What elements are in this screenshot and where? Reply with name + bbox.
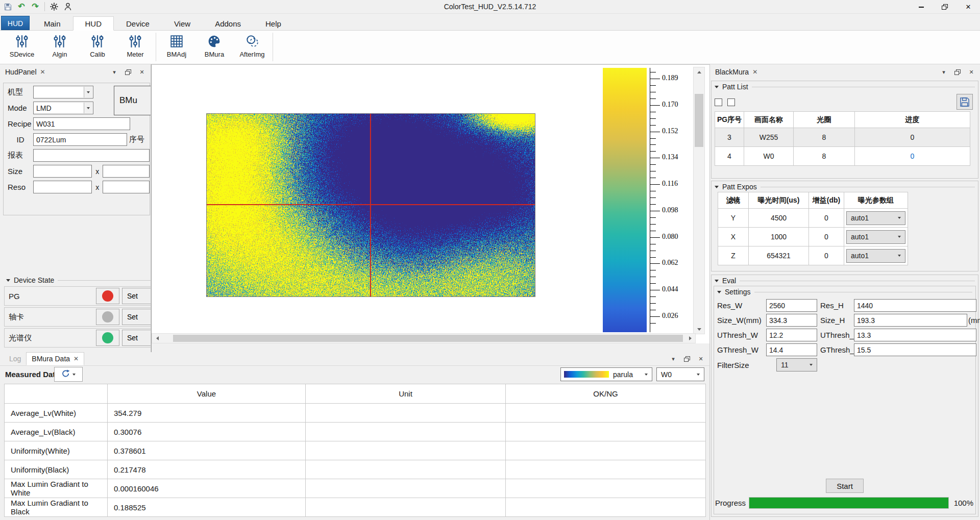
ribbon-button-bmadj[interactable]: BMAdj <box>158 32 195 62</box>
setting-input[interactable]: 334.3 <box>766 314 817 327</box>
id-input[interactable]: 0722Lum <box>33 133 127 146</box>
exposure-param-combo[interactable]: auto1 <box>846 230 905 244</box>
chevron-down-icon[interactable] <box>84 87 92 97</box>
measured-data-row[interactable]: Max Lumin Gradiant to White0.000160046 <box>5 479 706 498</box>
tab-blackmura[interactable]: BlackMura ✕ <box>710 65 763 79</box>
close-icon[interactable]: ✕ <box>752 68 757 76</box>
scroll-up-icon[interactable] <box>694 67 704 77</box>
ribbon-button-afterimg[interactable]: AfterImg <box>233 32 271 62</box>
measured-data-row[interactable]: Average_Lv(Black)0.30076 <box>5 423 706 441</box>
float-panel-icon[interactable] <box>954 68 961 76</box>
tab-main[interactable]: Main <box>32 16 73 31</box>
tab-device[interactable]: Device <box>114 16 162 31</box>
colorbar-minor-tick <box>650 310 656 310</box>
app-menu-button[interactable]: HUD <box>1 16 30 30</box>
collapse-arrow-icon[interactable] <box>715 86 719 88</box>
ribbon-button-algin[interactable]: Algin <box>41 32 79 62</box>
setting-input[interactable]: 193.3 <box>854 314 967 327</box>
status-indicator-button[interactable] <box>96 309 119 325</box>
scroll-left-icon[interactable] <box>152 334 162 343</box>
tab-bmura-data[interactable]: BMura Data ✕ <box>26 352 84 365</box>
tab-log[interactable]: Log <box>4 352 26 365</box>
tab-help[interactable]: Help <box>253 16 293 31</box>
vertical-scroll-thumb[interactable] <box>695 94 703 147</box>
tab-view[interactable]: View <box>162 16 203 31</box>
gain-cell[interactable]: 0 <box>809 228 844 246</box>
scroll-right-icon[interactable] <box>685 334 695 343</box>
colormap-combo[interactable]: parula <box>560 367 652 381</box>
save-pattern-button[interactable] <box>957 94 973 110</box>
set-button[interactable]: Set <box>122 330 151 346</box>
ribbon-button-sdevice[interactable]: SDevice <box>3 32 41 62</box>
exposure-param-combo[interactable]: auto1 <box>846 249 905 263</box>
close-button[interactable]: ✕ <box>957 0 980 14</box>
size-height-input[interactable] <box>103 165 150 178</box>
bmu-button[interactable]: BMu <box>114 86 151 115</box>
ribbon-button-meter[interactable]: Meter <box>116 32 154 62</box>
collapse-arrow-icon[interactable] <box>715 280 719 282</box>
recipe-input[interactable]: W031 <box>33 117 130 130</box>
exposure-cell[interactable]: 654321 <box>749 246 809 265</box>
close-icon[interactable]: ✕ <box>74 355 79 362</box>
size-width-input[interactable] <box>33 165 92 178</box>
setting-input[interactable]: 13.3 <box>854 329 976 341</box>
exposure-cell[interactable]: 4500 <box>749 209 809 228</box>
auto-pg-checkbox[interactable] <box>715 98 722 106</box>
tab-addons[interactable]: Addons <box>203 16 253 31</box>
chevron-down-icon[interactable]: ▾ <box>940 68 947 76</box>
filter-size-label: FilterSize <box>717 361 766 369</box>
close-icon[interactable]: ✕ <box>697 355 704 362</box>
exposure-cell[interactable]: 1000 <box>749 228 809 246</box>
float-panel-icon[interactable] <box>125 68 132 76</box>
close-icon[interactable]: ✕ <box>138 68 145 76</box>
status-indicator-button[interactable] <box>96 330 119 346</box>
chevron-down-icon[interactable]: ▾ <box>670 355 677 362</box>
float-panel-icon[interactable] <box>683 355 691 362</box>
restore-button[interactable] <box>933 0 957 14</box>
mode-combo[interactable]: LMD <box>33 102 93 114</box>
patt-list-row[interactable]: 4W080 <box>715 147 970 166</box>
status-indicator-button[interactable] <box>96 288 119 304</box>
gain-cell[interactable]: 0 <box>809 246 844 265</box>
pattern-combo[interactable]: W0 <box>656 367 704 381</box>
measured-data-row[interactable]: Average_Lv(White)354.279 <box>5 404 706 423</box>
patt-list-row[interactable]: 3W25580 <box>715 128 970 147</box>
chevron-down-icon[interactable] <box>84 103 92 113</box>
gain-cell[interactable]: 0 <box>809 209 844 228</box>
scroll-down-icon[interactable] <box>694 325 704 334</box>
localimg-checkbox[interactable] <box>727 98 735 106</box>
reso-width-input[interactable] <box>33 181 92 193</box>
setting-input[interactable]: 15.5 <box>854 343 976 356</box>
collapse-arrow-icon[interactable] <box>717 291 721 293</box>
filter-size-combo[interactable]: 11 <box>776 358 817 372</box>
collapse-arrow-icon[interactable] <box>715 186 719 188</box>
refresh-export-button[interactable] <box>54 367 83 382</box>
setting-input[interactable]: 12.2 <box>766 329 817 341</box>
horizontal-scroll-thumb[interactable] <box>173 335 683 342</box>
chevron-down-icon[interactable]: ▾ <box>111 68 118 76</box>
ribbon-button-calib[interactable]: Calib <box>79 32 116 62</box>
horizontal-scrollbar[interactable] <box>152 333 696 343</box>
report-input[interactable] <box>33 149 150 162</box>
colorbar-minor-tick <box>650 151 656 152</box>
start-button[interactable]: Start <box>826 479 864 493</box>
measured-data-row[interactable]: Uniformity(Black)0.217478 <box>5 460 706 479</box>
machine-combo[interactable] <box>33 86 93 98</box>
vertical-scrollbar[interactable] <box>693 67 705 334</box>
close-icon[interactable]: ✕ <box>40 68 45 76</box>
measured-data-row[interactable]: Uniformity(White)0.378601 <box>5 441 706 460</box>
measured-data-row[interactable]: Max Lumin Gradiant to Black0.188525 <box>5 498 706 517</box>
tab-hudpanel[interactable]: HudPanel ✕ <box>0 65 51 79</box>
set-button[interactable]: Set <box>122 309 151 325</box>
reso-height-input[interactable] <box>103 181 150 193</box>
collapse-arrow-icon[interactable] <box>6 279 10 282</box>
set-button[interactable]: Set <box>122 288 151 304</box>
minimize-button[interactable] <box>910 0 933 14</box>
ribbon-button-bmura[interactable]: BMura <box>195 32 233 62</box>
close-icon[interactable]: ✕ <box>968 68 975 76</box>
exposure-param-combo[interactable]: auto1 <box>846 211 905 225</box>
setting-input[interactable]: 1440 <box>854 299 976 312</box>
setting-input[interactable]: 14.4 <box>766 343 817 356</box>
tab-hud[interactable]: HUD <box>73 16 114 31</box>
setting-input[interactable]: 2560 <box>766 299 817 312</box>
